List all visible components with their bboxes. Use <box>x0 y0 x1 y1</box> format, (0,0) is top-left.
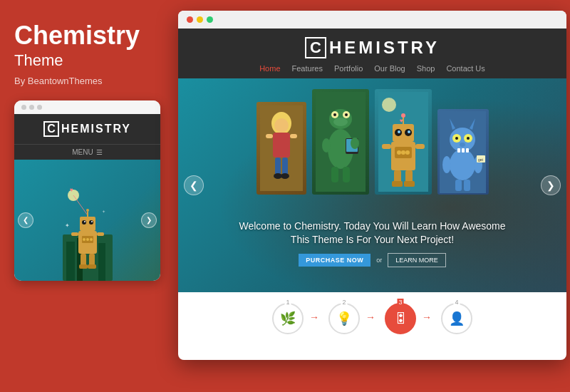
nav-item-portfolio[interactable]: Portfolio <box>334 64 363 73</box>
svg-point-40 <box>333 118 348 126</box>
person-icon: 👤 <box>449 311 465 326</box>
feature-num-2: 2 <box>341 299 347 306</box>
purchase-now-button[interactable]: PURCHASE NOW <box>299 254 370 267</box>
nav-item-blog[interactable]: Our Blog <box>374 64 405 73</box>
svg-rect-63 <box>415 144 425 149</box>
mobile-logo: C HEMISTRY <box>43 121 131 137</box>
svg-point-7 <box>82 220 86 225</box>
svg-point-85 <box>442 156 451 173</box>
nav-item-home[interactable]: Home <box>259 64 280 73</box>
right-arrow-icon: ❯ <box>546 180 555 191</box>
or-label: or <box>376 257 382 264</box>
feature-icon-3: 3 🎛 → <box>385 303 416 334</box>
character-monster: get <box>437 109 489 195</box>
nav-item-contact[interactable]: Contact Us <box>446 64 484 73</box>
svg-rect-1 <box>66 242 75 281</box>
theme-title: Chemistry Theme By BeantownThemes <box>14 21 160 86</box>
main-dot-red <box>187 16 193 23</box>
mobile-hero-section: ❮ ❯ <box>14 160 160 281</box>
svg-text:♥: ♥ <box>70 187 73 193</box>
website-logo: C HEMISTRY <box>305 37 440 58</box>
svg-point-47 <box>322 138 331 153</box>
svg-point-52 <box>382 98 396 112</box>
hamburger-icon: ☰ <box>96 148 103 156</box>
svg-text:✦: ✦ <box>102 210 105 214</box>
svg-rect-84 <box>466 148 469 153</box>
hero-buttons: PURCHASE NOW or LEARN MORE <box>239 253 505 267</box>
mobile-logo-text: HEMISTRY <box>61 123 131 135</box>
svg-point-80 <box>467 137 470 140</box>
feature-num-4: 4 <box>453 299 460 306</box>
left-arrow-icon: ❮ <box>190 180 198 191</box>
svg-point-22 <box>83 238 86 241</box>
mobile-menu-bar: MENU ☰ <box>14 144 160 160</box>
svg-rect-67 <box>404 181 415 187</box>
character-gator <box>312 89 369 195</box>
mobile-arrow-left[interactable]: ❮ <box>18 212 33 228</box>
sidebar-title-text: Chemistry <box>14 21 160 50</box>
arrow-connector-3: → <box>422 311 432 323</box>
leaf-icon: 🌿 <box>280 311 296 326</box>
svg-rect-89 <box>455 180 462 191</box>
main-preview-window: C HEMISTRY Home Features Portfolio Our B… <box>178 11 566 360</box>
mobile-robot-illustration: ♥ ✦ ✦ <box>63 177 113 281</box>
bottom-features-section: 1 🌿 → 2 💡 → 3 🎛 → <box>178 292 566 341</box>
svg-rect-15 <box>71 232 78 236</box>
mobile-logo-c-letter: C <box>47 123 56 135</box>
hero-text-line2: This Theme Is For Your Next Project! <box>291 234 454 245</box>
sidebar: Chemistry Theme By BeantownThemes C HEMI… <box>0 0 175 392</box>
website-header: C HEMISTRY Home Features Portfolio Our B… <box>178 29 566 78</box>
mobile-logo-c-box: C <box>43 121 59 137</box>
mobile-topbar <box>14 100 160 114</box>
mobile-dot-2 <box>29 105 34 110</box>
svg-line-11 <box>73 195 88 215</box>
svg-rect-83 <box>462 148 465 153</box>
svg-point-36 <box>281 173 289 179</box>
svg-point-23 <box>86 238 89 241</box>
website-logo-c-letter: C <box>310 38 321 57</box>
website-logo-text: HEMISTRY <box>329 38 440 58</box>
lightbulb-icon: 💡 <box>336 311 352 326</box>
nav-item-features[interactable]: Features <box>292 64 323 73</box>
svg-point-79 <box>455 137 458 140</box>
mobile-dot-1 <box>21 105 26 110</box>
svg-point-71 <box>405 150 410 155</box>
svg-point-57 <box>398 130 400 133</box>
svg-point-10 <box>91 221 93 222</box>
svg-rect-31 <box>266 134 273 138</box>
svg-rect-3 <box>98 243 105 281</box>
svg-rect-49 <box>331 167 338 182</box>
mobile-preview-window: C HEMISTRY MENU ☰ ❮ ❯ <box>14 100 160 281</box>
character-girl <box>256 102 306 195</box>
svg-rect-34 <box>282 158 288 175</box>
mobile-menu-label: MENU <box>72 148 93 156</box>
website-nav: Home Features Portfolio Our Blog Shop Co… <box>192 64 552 73</box>
svg-point-69 <box>397 150 401 155</box>
mobile-header: C HEMISTRY <box>14 114 160 144</box>
svg-point-44 <box>345 113 348 116</box>
character-robot-main: ♥ <box>375 89 432 195</box>
svg-rect-90 <box>464 180 470 191</box>
svg-point-58 <box>408 130 410 133</box>
svg-rect-50 <box>343 167 350 182</box>
svg-point-48 <box>351 138 359 149</box>
nav-item-shop[interactable]: Shop <box>417 64 435 73</box>
hero-arrow-left[interactable]: ❮ <box>184 175 204 195</box>
svg-text:✦: ✦ <box>65 222 70 229</box>
feature-num-3: 3 <box>397 299 403 306</box>
hero-text-line1: Welcome to Chemistry. Today You Will Lea… <box>239 220 505 232</box>
mobile-arrow-right[interactable]: ❯ <box>141 212 157 228</box>
svg-rect-19 <box>79 264 88 269</box>
arrow-connector-2: → <box>366 311 375 323</box>
svg-rect-6 <box>80 217 95 231</box>
hero-arrow-right[interactable]: ❯ <box>541 175 561 195</box>
learn-more-button[interactable]: LEARN MORE <box>388 253 446 267</box>
website-hero: ♥ <box>178 78 566 292</box>
svg-point-43 <box>333 113 336 116</box>
svg-point-24 <box>90 238 93 241</box>
feature-icon-4: 4 👤 <box>441 303 472 334</box>
svg-rect-32 <box>290 134 297 138</box>
svg-point-14 <box>86 209 89 212</box>
svg-point-81 <box>460 143 465 147</box>
main-dot-yellow <box>197 16 203 23</box>
